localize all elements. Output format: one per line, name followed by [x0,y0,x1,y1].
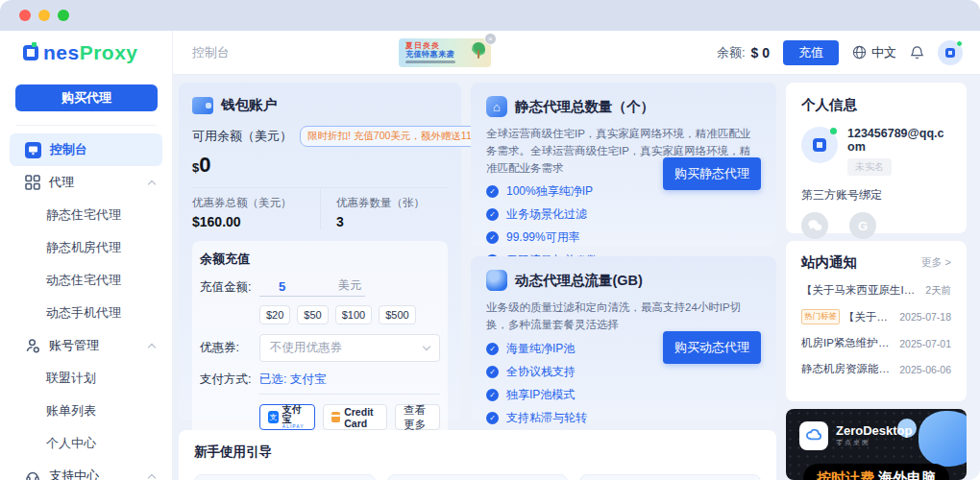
check-icon [486,389,499,401]
profile-title: 个人信息 [801,96,951,114]
sidebar-item-dynamic-residential[interactable]: 动态住宅代理 [10,264,162,297]
user-icon [25,338,40,353]
notification-row[interactable]: 【关于马来西亚原生I… 2天前 [801,283,951,298]
amount-label: 充值金额: [200,279,259,296]
google-icon: G [849,212,876,239]
zerodesktop-ad-card[interactable]: ZeroDesktop 零点桌面 按时计费海外电脑 [786,409,967,480]
chevron-up-icon [148,473,156,480]
ad-slogan-highlight: 按时计费 [817,469,874,480]
globe-sphere-icon [486,270,507,291]
notification-row[interactable]: 热门标签 【关于美国纽约 - 50.… 2025-07-18 [801,309,951,324]
quick-amount-50-button[interactable]: $50 [297,305,328,324]
quick-amount-100-button[interactable]: $100 [335,305,372,324]
wallet-title: 钱包账户 [221,96,277,114]
zerodesktop-brand-sub: 零点桌面 [836,438,912,447]
guide-step-placeholder[interactable] [194,474,376,480]
check-icon [486,208,499,221]
alipay-label: 支付宝 [282,405,306,424]
sidebar-group-label: 支持中心 [49,468,99,480]
check-icon [486,366,499,378]
sidebar-nav: 控制台 代理 静态住宅代理 静态机房代理 动态住宅代理 动态手机代理 账号管理 … [0,126,172,480]
sidebar-item-static-residential[interactable]: 静态住宅代理 [10,199,162,231]
buy-dynamic-proxy-button[interactable]: 购买动态代理 [663,331,761,364]
unverified-badge: 未实名 [847,158,892,176]
coupon-select[interactable]: 不使用优惠券 [259,334,440,362]
brand-logo-icon [23,45,38,60]
view-more-label: 查看更多 [404,403,431,432]
sidebar-item-label: 控制台 [50,141,87,158]
alipay-icon: 支 [268,411,279,423]
sidebar-item-affiliate[interactable]: 联盟计划 [10,362,162,395]
language-label: 中文 [871,44,896,61]
dashboard-main: 钱包账户 可用余额（美元） 限时折扣! 充值700美元，额外赠送110美元 !!… [173,75,980,480]
topbar-recharge-button[interactable]: 充值 [783,40,839,65]
dynamic-proxy-title: 动态代理总流量(GB) [515,272,643,290]
payment-method-credit-card[interactable]: Credit Card [323,404,387,430]
close-window-icon[interactable] [19,10,31,21]
payment-method-more[interactable]: 查看更多 [395,404,440,430]
avatar[interactable] [938,40,963,65]
topbar: 控制台 夏日炎炎 充值特惠来袭 余额: $ 0 充值 中文 [173,31,980,75]
coupon-total-value: $160.00 [192,214,320,229]
banner-close-icon[interactable] [484,33,497,45]
payment-method-alipay[interactable]: 支 支付宝ALIPAY [259,404,315,430]
beginner-guide-card: 新手使用引导 [179,430,776,480]
sidebar-item-label: 账单列表 [46,402,96,420]
notifications-button[interactable] [910,45,924,60]
third-party-bind-label: 第三方账号绑定 [801,187,951,204]
recharge-title: 余额充值 [200,251,440,268]
sidebar-group-account[interactable]: 账号管理 [10,329,162,362]
coupon-total-cell: 优惠券总额（美元） $160.00 [192,188,320,229]
static-proxy-title: 静态代理总数量（个） [515,98,654,116]
sidebar-item-billing[interactable]: 账单列表 [10,395,162,427]
sidebar-item-label: 动态手机代理 [46,304,121,322]
avatar-logo-icon [813,138,826,152]
zerodesktop-cloud-icon [805,427,822,444]
alipay-sublabel: ALIPAY [282,424,306,429]
notification-row[interactable]: 机房IP紧急维护更换… 2025-07-01 [801,336,951,350]
sidebar-item-dashboard[interactable]: 控制台 [10,133,162,166]
guide-step-placeholder[interactable] [579,474,761,480]
sidebar-item-label: 动态住宅代理 [46,272,121,289]
coupon-total-label: 优惠券总额（美元） [192,196,320,210]
ad-slogan-text: 海外电脑 [878,469,936,480]
sidebar-item-personal-center[interactable]: 个人中心 [10,427,162,460]
language-switcher[interactable]: 中文 [852,44,896,61]
zoom-window-icon[interactable] [58,10,69,21]
avatar-logo-icon [945,48,955,58]
ad-slogan-pill: 按时计费海外电脑 [803,464,949,480]
coupon-select-label: 优惠券: [200,340,259,356]
notifications-more-link[interactable]: 更多 > [921,255,951,270]
feature-item: 业务场景化过滤 [486,206,761,223]
amount-input[interactable] [279,279,307,294]
wallet-icon [192,97,213,114]
notifications-title: 站内通知 [801,253,857,272]
decorative-blob [919,411,967,467]
app-window: nesProxy 购买代理 控制台 代理 静态住宅代理 静态机房代理 动态住宅代… [0,0,980,480]
sidebar-item-label: 个人中心 [46,435,96,452]
promo-banner[interactable]: 夏日炎炎 充值特惠来袭 [399,38,491,67]
sidebar-item-static-datacenter[interactable]: 静态机房代理 [10,231,162,264]
guide-step-placeholder[interactable] [387,474,569,480]
sidebar-item-dynamic-mobile[interactable]: 动态手机代理 [10,297,162,329]
buy-static-proxy-button[interactable]: 购买静态代理 [663,157,761,190]
static-proxy-card: ⌂ 静态代理总数量（个） 全球运营商级住宅IP，真实家庭网络环境，精准匹配业务需… [471,83,776,247]
quick-amount-20-button[interactable]: $20 [259,305,290,324]
notification-row[interactable]: 静态机房资源能力升… 2025-06-06 [801,362,951,376]
house-icon: ⌂ [486,96,507,117]
payment-selected-text: 已选: 支付宝 [259,372,440,395]
sidebar: nesProxy 购买代理 控制台 代理 静态住宅代理 静态机房代理 动态住宅代… [0,31,173,480]
coupon-count-label: 优惠券数量（张） [336,196,448,210]
buy-proxy-button[interactable]: 购买代理 [15,84,158,111]
sidebar-item-label: 静态住宅代理 [46,206,121,224]
dynamic-proxy-description: 业务级的质量过滤和定向清洗，最高支持24小时IP切换，多种流量套餐灵活选择 [486,300,761,334]
chevron-down-icon [423,343,430,350]
amount-input-box: 美元 [259,277,365,297]
sidebar-group-support[interactable]: 支持中心 [10,460,162,480]
sidebar-group-proxy[interactable]: 代理 [10,166,162,199]
sidebar-item-label: 静态机房代理 [46,239,121,256]
quick-amount-500-button[interactable]: $500 [379,305,415,324]
minimize-window-icon[interactable] [38,10,50,21]
brand-name: nesProxy [43,41,138,64]
coupon-count-cell: 优惠券数量（张） 3 [320,188,448,229]
